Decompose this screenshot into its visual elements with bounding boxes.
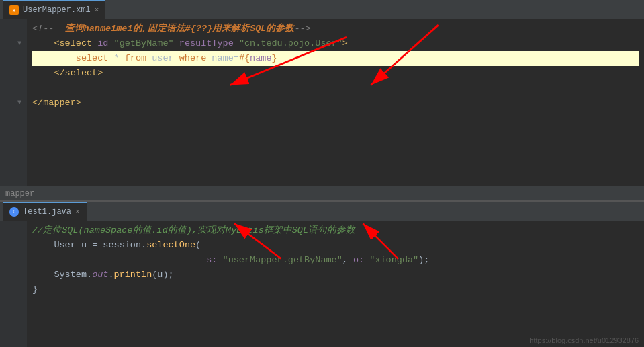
xml-line-mapper-close: </mapper> bbox=[32, 95, 639, 110]
sql-star: * bbox=[108, 51, 124, 66]
indent-j2 bbox=[32, 253, 206, 268]
java-system: System bbox=[54, 268, 87, 282]
attr-result: resultType= bbox=[179, 36, 239, 51]
java-param-s-val: "userMapper.getByName" bbox=[223, 253, 342, 268]
tab-close-xml[interactable]: × bbox=[95, 6, 99, 14]
java-file-icon: C bbox=[9, 207, 19, 217]
tab-close-java[interactable]: × bbox=[75, 208, 80, 216]
j-space2: = bbox=[87, 238, 103, 253]
j-close-paren: ); bbox=[418, 253, 429, 268]
xml-file-icon: x bbox=[9, 5, 19, 15]
indent-j3 bbox=[32, 268, 54, 282]
space1 bbox=[92, 36, 97, 51]
java-println: println bbox=[114, 268, 152, 282]
j-paren1: ( bbox=[195, 238, 201, 253]
sql-col: name= bbox=[206, 51, 239, 66]
xml-line-select-open: <select id= "getByName" resultType= "cn.… bbox=[32, 36, 639, 51]
xml-breadcrumb: mapper bbox=[0, 186, 644, 200]
tag-close-bracket: > bbox=[342, 36, 348, 51]
tab-test1-java[interactable]: C Test1.java × bbox=[3, 202, 87, 221]
sql-where: where bbox=[179, 51, 207, 66]
xml-gutter: ▼ ▼ bbox=[0, 19, 27, 186]
watermark: https://blog.csdn.net/u012932876 bbox=[529, 336, 639, 344]
j-comma1: , bbox=[342, 253, 353, 268]
java-code-area: //定位SQL(nameSpace的值.id的值),实现对MyBatis框架中S… bbox=[0, 221, 644, 347]
indent-j1 bbox=[32, 238, 54, 253]
tag-select-close: </select> bbox=[54, 66, 103, 81]
java-param-o-val: "xiongda" bbox=[369, 253, 418, 268]
j-space3 bbox=[217, 253, 222, 268]
sql-from: from bbox=[125, 51, 146, 66]
attr-id: id= bbox=[97, 36, 113, 51]
java-select-one: selectOne bbox=[146, 238, 195, 253]
xml-line-blank bbox=[32, 81, 639, 95]
sql-table: user bbox=[146, 51, 179, 66]
indent-2 bbox=[32, 51, 76, 66]
j-dot2: . bbox=[87, 268, 92, 282]
hash-bracket-close: } bbox=[271, 51, 277, 66]
xml-code-area: ▼ ▼ <!-- 查询hanmeimei的,固定语法#{??}用来解析SQL的参… bbox=[0, 19, 644, 186]
xml-tab-bar: x UserMapper.xml × bbox=[0, 0, 644, 19]
java-param-s: s: bbox=[206, 253, 217, 268]
gutter-line-2: ▼ bbox=[17, 36, 21, 51]
top-panel-xml: x UserMapper.xml × ▼ ▼ < bbox=[0, 0, 644, 202]
java-line-user: User u = session . selectOne ( bbox=[32, 238, 639, 253]
xml-line-comment: <!-- 查询hanmeimei的,固定语法#{??}用来解析SQL的参数 --… bbox=[32, 22, 639, 36]
fold-arrow-1[interactable]: ▼ bbox=[17, 36, 21, 51]
val-id: "getByName" bbox=[114, 36, 174, 51]
param-name: name bbox=[250, 51, 271, 66]
val-result: "cn.tedu.pojo.User" bbox=[239, 36, 342, 51]
java-gutter bbox=[0, 221, 27, 347]
j-dot3: . bbox=[108, 268, 113, 282]
java-close-brace: } bbox=[32, 282, 38, 297]
tab-usermapper-xml[interactable]: x UserMapper.xml × bbox=[3, 0, 105, 19]
java-out: out bbox=[92, 268, 108, 282]
indent-3 bbox=[32, 66, 54, 81]
tag-select-open: <select bbox=[54, 36, 92, 51]
indent-1 bbox=[32, 36, 54, 51]
java-line-comment: //定位SQL(nameSpace的值.id的值),实现对MyBatis框架中S… bbox=[32, 223, 639, 238]
xml-line-select-close: </select> bbox=[32, 66, 639, 81]
java-comment: //定位SQL(nameSpace的值.id的值),实现对MyBatis框架中S… bbox=[32, 223, 355, 238]
xml-line-sql: select * from user where name= #{ name } bbox=[32, 51, 639, 66]
editor-container: x UserMapper.xml × ▼ ▼ < bbox=[0, 0, 644, 347]
java-tab-bar: C Test1.java × bbox=[0, 202, 644, 221]
j-dot1: . bbox=[141, 238, 146, 253]
java-param-o: o: bbox=[353, 253, 364, 268]
java-line-params: s: "userMapper.getByName" , o: "xiongda"… bbox=[32, 253, 639, 268]
gutter-line-6: ▼ bbox=[17, 95, 21, 110]
j-space4 bbox=[364, 253, 369, 268]
breadcrumb-text: mapper bbox=[5, 189, 34, 198]
java-line-close-brace: } bbox=[32, 282, 639, 297]
space2 bbox=[174, 36, 179, 51]
bottom-panel-java: C Test1.java × //定位SQL(nameSpace的值.id的值)… bbox=[0, 202, 644, 347]
j-space1 bbox=[76, 238, 81, 253]
xml-code-lines: <!-- 查询hanmeimei的,固定语法#{??}用来解析SQL的参数 --… bbox=[27, 19, 644, 186]
j-println-args: (u); bbox=[152, 268, 173, 282]
java-var-u: u bbox=[81, 238, 87, 253]
java-user-class: User bbox=[54, 238, 75, 253]
comment-start: <!-- bbox=[32, 22, 65, 36]
sql-select: select bbox=[76, 51, 109, 66]
comment-end: --> bbox=[294, 22, 310, 36]
comment-chinese: 查询hanmeimei的,固定语法#{??}用来解析SQL的参数 bbox=[65, 22, 295, 36]
tag-mapper-close: </mapper> bbox=[32, 95, 81, 110]
java-session: session bbox=[103, 238, 141, 253]
tab-test1-label: Test1.java bbox=[23, 207, 71, 217]
fold-arrow-2[interactable]: ▼ bbox=[17, 95, 21, 110]
java-code-lines: //定位SQL(nameSpace的值.id的值),实现对MyBatis框架中S… bbox=[27, 221, 644, 347]
java-line-sysout: System . out . println (u); bbox=[32, 268, 639, 282]
hash-bracket: #{ bbox=[239, 51, 250, 66]
tab-usermapper-label: UserMapper.xml bbox=[23, 5, 91, 15]
